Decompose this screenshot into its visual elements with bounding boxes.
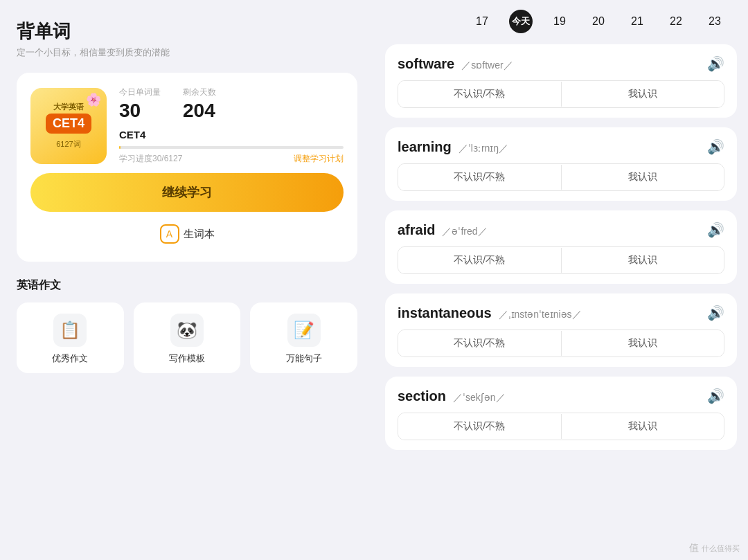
cal-day-num-3: 20: [592, 15, 605, 28]
watermark: 值 什么值得买: [689, 542, 740, 554]
watermark-icon: 值: [689, 542, 699, 554]
left-panel: 背单词 定一个小目标，相信量变到质变的潜能 🌸 大学英语 CET4 6127词 …: [0, 0, 374, 560]
word-action-dontknow-2[interactable]: 不认识/不熟: [398, 247, 561, 273]
book-label: 大学英语: [53, 102, 84, 112]
sound-icon-3[interactable]: 🔊: [707, 305, 724, 321]
word-english-3: instantaneous: [398, 305, 492, 321]
page-title: 背单词: [17, 19, 357, 44]
progress-text-row: 学习进度30/6127 调整学习计划: [119, 153, 344, 165]
writing-card-label-0: 优秀作文: [52, 352, 88, 365]
word-phonetic-4: ／ˈsekʃən／: [453, 392, 506, 404]
calendar-day-4[interactable]: 21: [618, 15, 657, 28]
word-english-0: software: [398, 56, 454, 72]
book-icon-wrapper: 🌸 大学英语 CET4 6127词: [30, 88, 107, 164]
today-stat: 今日单词量 30: [119, 87, 161, 122]
writing-cards: 📋 优秀作文 🐼 写作模板 📝 万能句子: [17, 302, 357, 373]
word-header-0: software ／sɒftwer／ 🔊: [398, 55, 724, 72]
writing-card-label-1: 写作模板: [169, 352, 205, 365]
word-card-0: software ／sɒftwer／ 🔊 不认识/不熟 我认识: [385, 44, 737, 118]
vocab-book-row[interactable]: A 生词本: [30, 220, 344, 248]
word-action-know-2[interactable]: 我认识: [562, 247, 724, 273]
today-value: 30: [119, 100, 141, 122]
sound-icon-0[interactable]: 🔊: [707, 55, 724, 72]
book-badge: 🌸: [86, 92, 101, 107]
word-actions-2: 不认识/不熟 我认识: [398, 246, 724, 274]
vocab-label: 生词本: [184, 228, 215, 241]
word-card-3: instantaneous ／ˌɪnstənˈteɪniəs／ 🔊 不认识/不熟…: [385, 293, 737, 367]
book-count: 6127词: [56, 139, 80, 150]
word-english-4: section: [398, 388, 446, 404]
card-info: 今日单词量 30 剩余天数 204 CET4 学习进度30/6127 调整学习计…: [119, 87, 344, 165]
word-action-dontknow-3[interactable]: 不认识/不熟: [398, 330, 561, 356]
remain-value: 204: [183, 100, 215, 122]
word-actions-1: 不认识/不熟 我认识: [398, 163, 724, 191]
writing-card-icon-2: 📝: [287, 314, 321, 347]
card-name: CET4: [119, 129, 344, 141]
cal-day-num-0: 17: [476, 15, 488, 28]
sound-icon-2[interactable]: 🔊: [707, 222, 724, 238]
word-actions-3: 不认识/不熟 我认识: [398, 329, 724, 357]
word-phonetic-1: ／ˈlɜːrnɪŋ／: [458, 143, 508, 155]
study-card: 🌸 大学英语 CET4 6127词 今日单词量 30 剩余天数 204: [17, 73, 357, 262]
word-phonetic-0: ／sɒftwer／: [461, 60, 513, 72]
calendar-day-1[interactable]: 今天: [501, 10, 540, 33]
word-phonetic-2: ／əˈfred／: [442, 226, 487, 238]
card-stats: 今日单词量 30 剩余天数 204: [119, 87, 344, 122]
progress-bar-fill: [119, 146, 121, 149]
calendar-day-0[interactable]: 17: [463, 15, 501, 28]
today-indicator: 今天: [509, 10, 533, 33]
progress-bar-bg: [119, 146, 344, 149]
word-card-4: section ／ˈsekʃən／ 🔊 不认识/不熟 我认识: [385, 377, 737, 450]
word-header-2: afraid ／əˈfred／ 🔊: [398, 222, 724, 238]
watermark-text: 什么值得买: [702, 543, 740, 554]
word-english-2: afraid: [398, 222, 435, 238]
book-code: CET4: [46, 114, 91, 134]
cal-day-num-5: 22: [670, 15, 682, 28]
remain-label: 剩余天数: [183, 87, 216, 98]
calendar-day-3[interactable]: 20: [579, 15, 618, 28]
right-panel: 17今天1920212223 software ／sɒftwer／ 🔊 不认识/…: [374, 0, 748, 560]
word-action-dontknow-4[interactable]: 不认识/不熟: [398, 413, 561, 440]
sound-icon-4[interactable]: 🔊: [707, 388, 724, 404]
progress-text: 学习进度30/6127: [119, 153, 182, 165]
word-title-row-1: learning ／ˈlɜːrnɪŋ／: [398, 139, 508, 155]
vocab-icon: A: [160, 224, 179, 244]
continue-button[interactable]: 继续学习: [30, 173, 344, 212]
word-header-1: learning ／ˈlɜːrnɪŋ／ 🔊: [398, 138, 724, 155]
calendar-strip: 17今天1920212223: [374, 0, 748, 40]
word-title-row-0: software ／sɒftwer／: [398, 56, 513, 72]
word-actions-4: 不认识/不熟 我认识: [398, 413, 724, 440]
cal-day-num-2: 19: [553, 15, 566, 28]
calendar-day-6[interactable]: 23: [695, 15, 734, 28]
writing-card-0[interactable]: 📋 优秀作文: [17, 302, 124, 373]
calendar-day-2[interactable]: 19: [540, 15, 579, 28]
card-top: 🌸 大学英语 CET4 6127词 今日单词量 30 剩余天数 204: [30, 87, 344, 165]
vocab-icon-text: A: [166, 228, 172, 240]
word-action-dontknow-0[interactable]: 不认识/不熟: [398, 81, 561, 107]
writing-section-title: 英语作文: [17, 278, 357, 293]
word-action-know-4[interactable]: 我认识: [562, 413, 724, 440]
word-title-row-3: instantaneous ／ˌɪnstənˈteɪniəs／: [398, 305, 582, 321]
word-action-know-0[interactable]: 我认识: [562, 81, 724, 107]
word-english-1: learning: [398, 139, 452, 155]
writing-card-label-2: 万能句子: [286, 352, 322, 365]
word-phonetic-3: ／ˌɪnstənˈteɪniəs／: [499, 309, 582, 321]
sound-icon-1[interactable]: 🔊: [707, 138, 724, 155]
word-action-dontknow-1[interactable]: 不认识/不熟: [398, 164, 561, 190]
word-header-4: section ／ˈsekʃən／ 🔊: [398, 388, 724, 404]
word-action-know-1[interactable]: 我认识: [562, 164, 724, 190]
word-header-3: instantaneous ／ˌɪnstənˈteɪniəs／ 🔊: [398, 305, 724, 321]
cal-day-num-4: 21: [631, 15, 643, 28]
remain-stat: 剩余天数 204: [183, 87, 216, 122]
word-action-know-3[interactable]: 我认识: [562, 330, 724, 356]
adjust-link[interactable]: 调整学习计划: [294, 153, 344, 165]
writing-card-icon-1: 🐼: [170, 314, 204, 347]
writing-card-1[interactable]: 🐼 写作模板: [134, 302, 241, 373]
word-list: software ／sɒftwer／ 🔊 不认识/不熟 我认识 learning…: [374, 40, 748, 560]
word-actions-0: 不认识/不熟 我认识: [398, 80, 724, 108]
calendar-day-5[interactable]: 22: [657, 15, 695, 28]
page-subtitle: 定一个小目标，相信量变到质变的潜能: [17, 46, 357, 59]
cal-day-num-6: 23: [709, 15, 721, 28]
word-card-1: learning ／ˈlɜːrnɪŋ／ 🔊 不认识/不熟 我认识: [385, 127, 737, 201]
writing-card-2[interactable]: 📝 万能句子: [250, 302, 357, 373]
